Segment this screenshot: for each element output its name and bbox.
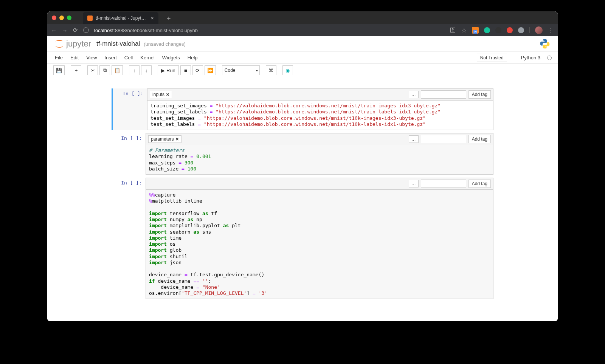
extension-badge-icon[interactable]: 20	[472, 27, 479, 34]
site-info-icon[interactable]: ⓘ	[83, 27, 89, 34]
tag-label: inputs	[152, 92, 164, 97]
remove-tag-icon[interactable]: ✕	[175, 137, 179, 142]
tag-input[interactable]	[421, 135, 466, 143]
more-tags-button[interactable]: …	[409, 135, 419, 143]
add-tag-button[interactable]: Add tag	[468, 180, 491, 188]
cell-tag-row: …Add tag	[146, 178, 493, 190]
grammarly-icon[interactable]	[484, 27, 490, 33]
adblock-icon[interactable]	[507, 27, 513, 33]
tag-label: parameters	[151, 136, 174, 142]
remove-tag-icon[interactable]: ✕	[166, 92, 169, 97]
toolbar: 💾 ＋ ✂ ⧉ 📋 ↑ ↓ ▶Run ■ ⟳ ⏩ Code ⌘ ◉	[47, 64, 558, 77]
nav-forward-icon[interactable]: →	[62, 27, 68, 34]
add-tag-button[interactable]: Add tag	[468, 135, 491, 143]
more-tags-button[interactable]: …	[409, 180, 419, 187]
add-tag-button[interactable]: Add tag	[468, 90, 491, 99]
code-editor[interactable]: training_set_images = "https://valohaide…	[147, 101, 493, 130]
notebook-header: jupyter tf-mnist-valohai (unsaved change…	[47, 36, 558, 52]
new-tab-button[interactable]: +	[163, 13, 175, 24]
trust-button[interactable]: Not Trusted	[477, 54, 507, 62]
menu-edit[interactable]: Edit	[70, 55, 79, 60]
run-button[interactable]: ▶Run	[158, 65, 179, 75]
address-bar-row: ← → ⟳ ⓘ localhost:8888/notebooks/tf-mnis…	[47, 24, 558, 36]
menu-help[interactable]: Help	[188, 55, 198, 60]
tab-title: tf-mnist-valohai - Jupyter Note	[96, 15, 148, 21]
code-editor[interactable]: # Parameters learning_rate = 0.001 max_s…	[146, 145, 493, 175]
kernel-name[interactable]: Python 3	[521, 55, 540, 60]
browser-actions: ⚿ ☆ 20 ⋮	[450, 26, 554, 34]
celltype-select[interactable]: Code	[222, 65, 260, 75]
menu-file[interactable]: File	[55, 55, 63, 60]
jupyter-logo[interactable]: jupyter	[55, 39, 91, 49]
notebook-save-status: (unsaved changes)	[144, 41, 186, 47]
close-window-icon[interactable]	[52, 15, 56, 20]
move-down-button[interactable]: ↓	[141, 65, 152, 75]
restart-run-all-button[interactable]: ⏩	[205, 65, 216, 75]
menu-bar: FileEditViewInsertCellKernelWidgetsHelp …	[47, 52, 558, 64]
favicon-icon	[87, 15, 93, 21]
menu-widgets[interactable]: Widgets	[162, 55, 180, 60]
url-port: :8888	[113, 28, 126, 33]
minimize-window-icon[interactable]	[59, 15, 64, 20]
restart-button[interactable]: ⟳	[192, 65, 203, 75]
extension-icon[interactable]	[495, 27, 501, 33]
nav-back-icon[interactable]: ←	[51, 27, 57, 34]
save-button[interactable]: 💾	[53, 65, 65, 75]
browser-menu-icon[interactable]: ⋮	[548, 27, 554, 34]
cell-tag: inputs✕	[150, 91, 172, 98]
notebook-title[interactable]: tf-mnist-valohai	[96, 40, 140, 48]
valohai-button[interactable]: ◉	[282, 65, 293, 75]
separator	[514, 55, 514, 61]
copy-button[interactable]: ⧉	[99, 65, 110, 75]
key-icon[interactable]: ⚿	[450, 27, 456, 34]
cell-tag-row: inputs✕…Add tag	[147, 88, 493, 101]
menu-kernel[interactable]: Kernel	[140, 55, 155, 60]
paste-button[interactable]: 📋	[112, 65, 123, 75]
jupyter-brand: jupyter	[66, 39, 91, 49]
cell-tag: parameters✕	[148, 135, 182, 143]
cell-prompt: In [ ]:	[112, 178, 146, 299]
code-cell[interactable]: In [ ]:inputs✕…Add tagtraining_set_image…	[112, 88, 493, 130]
jupyter-logo-icon	[55, 39, 64, 48]
reload-icon[interactable]: ⟳	[73, 27, 78, 34]
close-tab-icon[interactable]: ×	[151, 15, 154, 21]
extension-grey-icon[interactable]	[518, 27, 524, 33]
menu-cell[interactable]: Cell	[124, 55, 133, 60]
cut-button[interactable]: ✂	[87, 65, 98, 75]
browser-window: tf-mnist-valohai - Jupyter Note × + ← → …	[47, 11, 558, 321]
notebook-body[interactable]: In [ ]:inputs✕…Add tagtraining_set_image…	[47, 77, 558, 321]
code-editor[interactable]: %%capture %matplotlib inline import tens…	[146, 190, 493, 299]
extension-badge-count: 20	[473, 30, 478, 34]
tag-input[interactable]	[421, 180, 466, 188]
url-host: localhost	[94, 28, 113, 33]
move-up-button[interactable]: ↑	[129, 65, 140, 75]
code-cell[interactable]: In [ ]:…Add tag%%capture %matplotlib inl…	[112, 178, 493, 299]
kernel-indicator-icon[interactable]	[547, 56, 552, 60]
run-icon: ▶	[161, 68, 165, 73]
window-controls	[52, 15, 71, 20]
more-tags-button[interactable]: …	[409, 91, 419, 98]
address-bar[interactable]: localhost:8888/notebooks/tf-mnist-valoha…	[94, 28, 445, 33]
separator	[529, 27, 530, 33]
maximize-window-icon[interactable]	[67, 15, 71, 20]
profile-avatar-icon[interactable]	[535, 26, 543, 34]
menu-insert[interactable]: Insert	[104, 55, 117, 60]
browser-tab[interactable]: tf-mnist-valohai - Jupyter Note ×	[83, 12, 158, 24]
python-logo-icon	[540, 39, 550, 49]
browser-tabs: tf-mnist-valohai - Jupyter Note × +	[83, 11, 175, 24]
run-label: Run	[166, 68, 175, 73]
titlebar: tf-mnist-valohai - Jupyter Note × +	[47, 11, 558, 24]
celltype-value: Code	[225, 68, 236, 73]
bookmark-star-icon[interactable]: ☆	[461, 27, 467, 34]
menu-view[interactable]: View	[86, 55, 97, 60]
insert-cell-below-button[interactable]: ＋	[71, 65, 81, 75]
url-path: /notebooks/tf-mnist-valohai.ipynb	[126, 28, 198, 33]
interrupt-button[interactable]: ■	[180, 65, 191, 75]
command-palette-button[interactable]: ⌘	[266, 65, 276, 75]
tag-input[interactable]	[421, 90, 466, 99]
cell-prompt: In [ ]:	[112, 133, 146, 175]
cell-prompt: In [ ]:	[113, 88, 147, 130]
cell-tag-row: parameters✕…Add tag	[146, 133, 493, 145]
code-cell[interactable]: In [ ]:parameters✕…Add tag# Parameters l…	[112, 133, 493, 175]
